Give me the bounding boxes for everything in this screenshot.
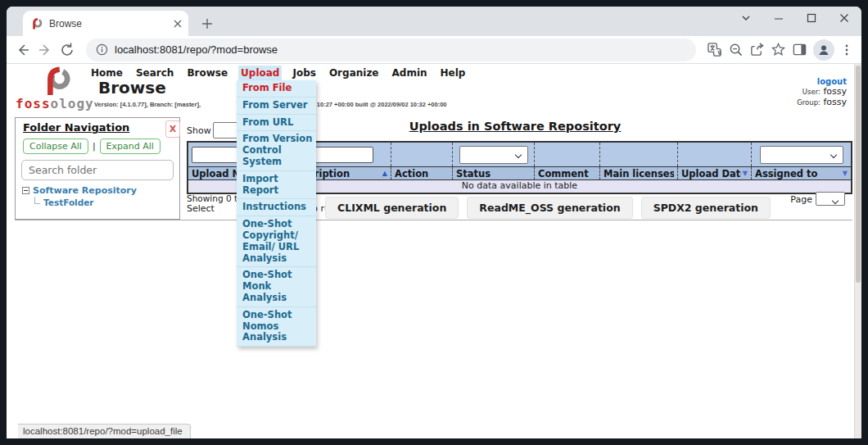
group-label: Group: [797, 98, 821, 107]
fossology-favicon [29, 17, 43, 30]
reload-icon[interactable] [59, 42, 75, 58]
tab-search-chevron-icon[interactable] [740, 12, 752, 24]
browser-toolbar: localhost:8081/repo/?mod=browse [7, 36, 861, 64]
url-text[interactable]: localhost:8081/repo/?mod=browse [115, 43, 278, 56]
folder-navigation-panel: Folder Navigation X Collapse All | Expan… [15, 117, 180, 220]
sort-asc-icon: ▲ [382, 170, 387, 177]
panel-close-button[interactable]: X [165, 120, 180, 138]
address-bar[interactable]: localhost:8081/repo/?mod=browse [86, 39, 696, 61]
menu-item-upload[interactable]: Upload From File From Server From URL Fr… [238, 66, 282, 80]
menu-item-oneshot-nomos[interactable]: One-Shot Nomos Analysis [237, 307, 316, 347]
menu-item-admin[interactable]: Admin [390, 66, 430, 80]
folder-search-input[interactable] [21, 160, 174, 180]
menu-item-upload-label: Upload [241, 67, 279, 79]
tree-collapse-icon[interactable] [22, 187, 29, 194]
menu-item-from-server[interactable]: From Server [237, 98, 316, 115]
forward-icon[interactable] [37, 42, 53, 58]
scrollbar-thumb[interactable] [856, 66, 861, 283]
column-action[interactable]: Action [391, 167, 453, 179]
button-separator: | [93, 141, 96, 152]
close-icon[interactable] [839, 12, 850, 24]
menu-item-organize[interactable]: Organize [327, 66, 382, 80]
select-label: Select [187, 203, 215, 214]
profile-avatar[interactable] [813, 39, 834, 61]
generation-buttons: CLIXML generation ReadME_OSS generation … [325, 197, 771, 219]
column-upload-date[interactable]: Upload Date▼ [678, 167, 752, 179]
menu-item-oneshot-monk[interactable]: One-Shot Monk Analysis [237, 267, 316, 307]
menu-item-from-vcs[interactable]: From Version Control System [237, 131, 316, 170]
info-icon[interactable] [96, 43, 108, 56]
column-status[interactable]: Status [453, 167, 535, 179]
folder-tree: Software Repository TestFolder [22, 185, 137, 207]
logout-link[interactable]: logout [797, 77, 847, 86]
page-title: Browse [98, 78, 166, 98]
wordmark-foss: foss [16, 96, 51, 111]
version-text-left: Version: [4.1.0.77], Branch: [master], [94, 101, 201, 108]
fossology-logo-icon [37, 66, 75, 96]
side-panel-icon[interactable] [792, 42, 807, 57]
status-link-preview: localhost:8081/repo/?mod=upload_file [18, 424, 191, 438]
version-text-right: 09/02 10:27 +00:00 built @ 2022/09/02 10… [300, 101, 447, 108]
clixml-generation-button[interactable]: CLIXML generation [325, 197, 459, 219]
bookmark-star-icon[interactable] [771, 42, 786, 57]
page-label: Page [790, 194, 812, 205]
spdx2-generation-button[interactable]: SPDX2 generation [641, 197, 771, 219]
wordmark-ology: ology [51, 96, 94, 111]
user-value: fossy [823, 86, 847, 97]
status-filter-select[interactable] [459, 146, 528, 164]
page-select[interactable] [816, 192, 845, 206]
user-label: User: [802, 88, 821, 96]
menu-item-instructions[interactable]: Instructions [237, 199, 316, 216]
new-tab-button[interactable] [198, 15, 216, 33]
minimize-icon[interactable] [773, 12, 784, 24]
column-assigned-to[interactable]: Assigned to▼ [752, 167, 851, 179]
menu-item-browse[interactable]: Browse [184, 66, 230, 80]
tab-title: Browse [49, 18, 174, 30]
menu-item-from-url[interactable]: From URL [237, 115, 316, 132]
fossology-page: fossology Home Search Browse Upload From… [7, 64, 861, 438]
menu-item-oneshot-copyright[interactable]: One-Shot Copyright/ Email/ URL Analysis [237, 216, 316, 267]
tab-strip: Browse [7, 7, 861, 36]
kebab-menu-icon[interactable] [840, 43, 853, 57]
menu-item-from-file[interactable]: From File [237, 80, 316, 98]
maximize-icon[interactable] [806, 12, 817, 24]
tree-item-software-repository[interactable]: Software Repository [33, 185, 137, 196]
tab-close-icon[interactable] [174, 20, 182, 28]
translate-icon[interactable] [707, 42, 722, 57]
sort-desc-icon: ▼ [843, 170, 848, 177]
menu-item-jobs[interactable]: Jobs [290, 66, 318, 80]
zoom-icon[interactable] [728, 42, 744, 57]
sort-desc-icon: ▼ [743, 170, 748, 177]
upload-dropdown-menu: From File From Server From URL From Vers… [237, 80, 316, 347]
window-controls [740, 12, 850, 24]
session-info: logout User: fossy Group: fossy [797, 77, 847, 107]
column-comment[interactable]: Comment [535, 167, 600, 179]
group-value: fossy [823, 97, 847, 107]
tree-elbow-connector [34, 197, 40, 204]
browser-tab[interactable]: Browse [23, 11, 188, 36]
content-bottom-divider [15, 220, 852, 220]
tree-item-testfolder[interactable]: TestFolder [43, 198, 94, 207]
page-scrollbar[interactable] [854, 64, 861, 438]
assigned-filter-select[interactable] [760, 146, 843, 164]
menu-item-import-report[interactable]: Import Report [237, 171, 316, 200]
back-icon[interactable] [15, 42, 31, 58]
screenshot-frame: Browse localhost:8081/repo/?mo [0, 0, 868, 445]
browser-window: Browse localhost:8081/repo/?mo [7, 7, 861, 438]
collapse-all-button[interactable]: Collapse All [23, 138, 88, 154]
menu-item-help[interactable]: Help [438, 66, 468, 80]
folder-navigation-title: Folder Navigation [23, 121, 129, 134]
share-icon[interactable] [749, 42, 765, 57]
column-main-licenses[interactable]: Main licenses [600, 167, 678, 179]
fossology-wordmark: fossology [16, 96, 94, 111]
expand-all-button[interactable]: Expand All [100, 138, 160, 154]
readme-oss-generation-button[interactable]: ReadME_OSS generation [467, 197, 632, 219]
